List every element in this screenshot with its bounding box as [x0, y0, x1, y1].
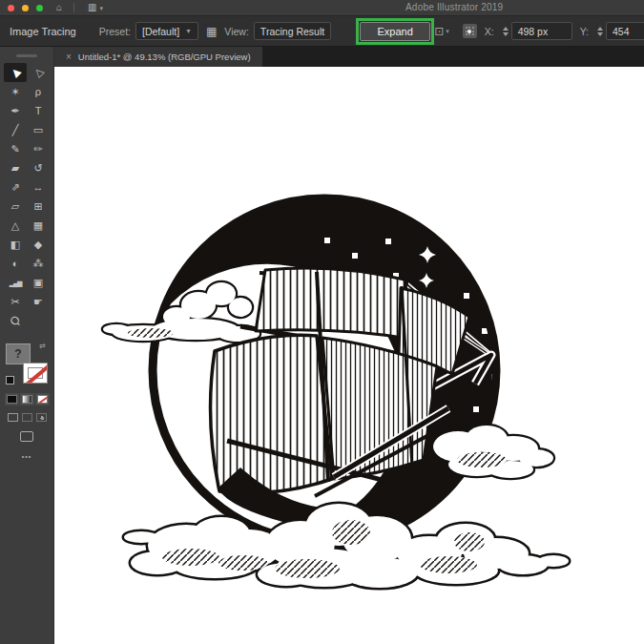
window-titlebar: ⌂ ▥▾ Adobe Illustrator 2019	[0, 0, 644, 15]
y-input[interactable]: 454	[606, 22, 644, 40]
chevron-down-icon: ▾	[100, 5, 104, 11]
control-bar-title: Image Tracing	[10, 26, 76, 37]
cloud-right	[433, 426, 553, 478]
preset-dropdown[interactable]: [Default] ▼	[135, 22, 198, 40]
traffic-lights	[8, 5, 43, 11]
mesh-icon: ▦	[33, 220, 43, 231]
fill-stroke-widget: ? ⇄	[6, 343, 48, 384]
tool-zoom[interactable]: Ϙ	[4, 311, 27, 330]
workspace: ▶▷✶ρ✒T╱▭✎✏▰↺⇗↔▱⊞△▦◧◆◐⁂▂▄▆▣✂☛Ϙ ? ⇄	[0, 47, 644, 644]
draw-normal-mode[interactable]	[8, 413, 18, 422]
tool-width[interactable]: ↔	[27, 177, 50, 197]
hand-icon: ☛	[33, 297, 43, 307]
default-fill-stroke-icon[interactable]	[6, 376, 14, 384]
tool-magic-wand[interactable]: ✶	[4, 82, 27, 101]
draw-inside-mode[interactable]	[36, 413, 47, 422]
tool-slice[interactable]: ✂	[4, 292, 27, 311]
direct-selection-icon: ▷	[31, 66, 45, 79]
tool-shape-builder[interactable]: ⊞	[27, 197, 50, 216]
fill-swatch[interactable]: ?	[6, 343, 31, 364]
symbol-sprayer-icon: ⁂	[33, 259, 44, 269]
y-stepper[interactable]	[597, 27, 603, 36]
tools-panel-drag-handle[interactable]	[16, 54, 37, 57]
tool-pen[interactable]: ✒	[4, 101, 27, 120]
workspace-switcher-icon[interactable]: ▥▾	[88, 0, 103, 16]
close-window-button[interactable]	[8, 5, 14, 11]
home-icon[interactable]: ⌂	[56, 0, 62, 15]
gradient-button[interactable]	[20, 393, 34, 405]
clouds-bottom	[124, 504, 569, 588]
none-slash-icon	[23, 363, 48, 384]
preset-label: Preset:	[99, 26, 131, 37]
paintbrush-icon: ✎	[10, 144, 19, 155]
tool-perspective-grid[interactable]: △	[4, 216, 27, 235]
tool-symbol-sprayer[interactable]: ⁂	[27, 254, 50, 273]
tool-selection[interactable]: ▶	[4, 63, 27, 82]
window-title: Adobe Illustrator 2019	[405, 0, 503, 15]
tool-eyedropper[interactable]: ◆	[27, 235, 50, 254]
expand-highlight: Expand	[356, 18, 434, 45]
tool-scale[interactable]: ⇗	[4, 177, 27, 197]
eraser-icon: ▰	[11, 163, 19, 174]
tool-pencil[interactable]: ✏	[27, 139, 50, 158]
tool-blend[interactable]: ◐	[4, 254, 27, 273]
pencil-icon: ✏	[33, 144, 42, 155]
tool-gradient[interactable]: ◧	[4, 235, 27, 254]
line-segment-icon: ╱	[12, 125, 19, 135]
close-tab-icon[interactable]: ×	[66, 52, 72, 62]
tool-column-graph[interactable]: ▂▄▆	[4, 273, 27, 292]
zoom-icon: Ϙ	[8, 313, 22, 327]
swap-fill-stroke-icon[interactable]: ⇄	[39, 342, 46, 350]
tool-paintbrush[interactable]: ✎	[4, 139, 27, 158]
tool-direct-selection[interactable]: ▷	[27, 63, 50, 82]
preset-value: [Default]	[142, 26, 179, 37]
image-tracing-control-bar: Image Tracing Preset: [Default] ▼ ▦ View…	[0, 15, 644, 47]
draw-behind-mode[interactable]	[22, 413, 32, 422]
document-tab[interactable]: × Untitled-1* @ 49.13% (RGB/GPU Preview)	[54, 47, 262, 67]
pen-icon: ✒	[10, 106, 19, 116]
type-icon: T	[35, 106, 42, 116]
chevron-down-icon: ▾	[446, 28, 449, 35]
artboard-canvas[interactable]	[54, 67, 644, 644]
document-tab-title: Untitled-1* @ 49.13% (RGB/GPU Preview)	[78, 52, 251, 62]
rotate-icon: ↺	[33, 163, 42, 174]
expand-button[interactable]: Expand	[360, 22, 430, 41]
artboard-icon: ▣	[33, 278, 43, 288]
x-input[interactable]: 498 px	[511, 22, 572, 40]
tool-line-segment[interactable]: ╱	[4, 120, 27, 139]
tool-hand[interactable]: ☛	[27, 292, 50, 311]
drawing-modes	[8, 413, 47, 422]
tool-rectangle[interactable]: ▭	[27, 120, 50, 139]
tool-type[interactable]: T	[27, 101, 50, 120]
rectangle-icon: ▭	[33, 125, 43, 135]
traced-ship-artwork	[54, 67, 644, 644]
image-trace-panel-icon[interactable]: ▦	[206, 25, 217, 38]
tool-free-transform[interactable]: ▱	[4, 197, 27, 216]
document-tab-bar: × Untitled-1* @ 49.13% (RGB/GPU Preview)	[54, 47, 644, 67]
color-button[interactable]	[5, 393, 19, 405]
free-transform-icon: ▱	[11, 201, 19, 212]
zoom-window-button[interactable]	[36, 5, 43, 11]
y-label: Y:	[580, 26, 589, 37]
tool-lasso[interactable]: ρ	[27, 82, 50, 101]
magic-wand-icon: ✶	[10, 87, 19, 97]
tool-artboard[interactable]: ▣	[27, 273, 50, 292]
tool-rotate[interactable]: ↺	[27, 158, 50, 177]
color-buttons	[5, 393, 50, 405]
tool-mesh[interactable]: ▦	[27, 216, 50, 235]
tool-eraser[interactable]: ▰	[4, 158, 27, 177]
stroke-swatch-none[interactable]	[23, 363, 48, 384]
slice-icon: ✂	[10, 297, 19, 307]
x-stepper[interactable]	[503, 27, 509, 36]
lasso-icon: ρ	[35, 87, 41, 97]
none-button[interactable]	[35, 393, 50, 405]
screen-mode-button[interactable]	[20, 431, 33, 442]
reference-point-locator[interactable]	[463, 24, 477, 38]
blend-icon: ◐	[12, 259, 19, 269]
y-value: 454	[613, 26, 630, 37]
transform-options-icon[interactable]: ⊡	[434, 25, 444, 38]
minimize-window-button[interactable]	[22, 5, 29, 11]
view-dropdown[interactable]: Tracing Result	[254, 22, 331, 40]
view-value: Tracing Result	[260, 26, 324, 37]
toolbar-overflow-button[interactable]: •••	[22, 453, 31, 460]
